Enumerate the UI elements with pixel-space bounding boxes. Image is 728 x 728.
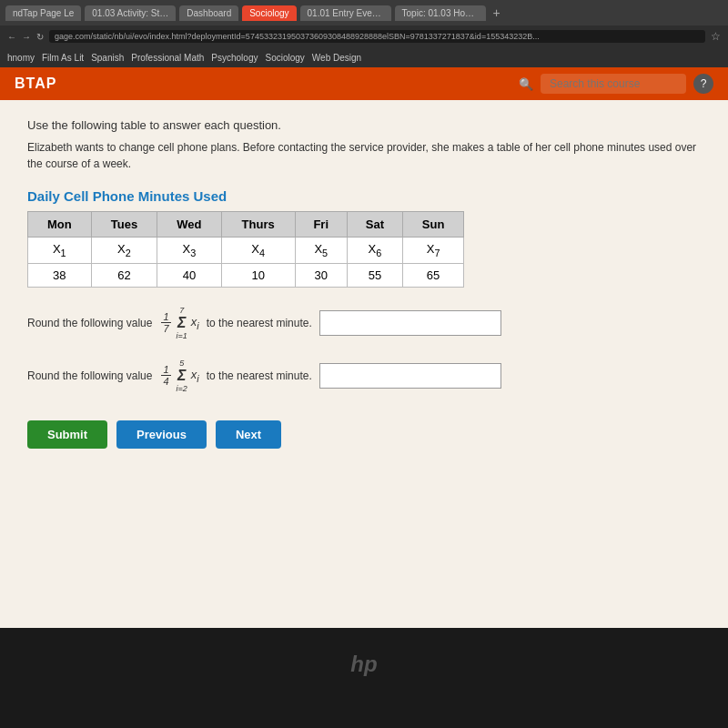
q1-sigma-symbol: Σ bbox=[177, 315, 186, 331]
table-title: Daily Cell Phone Minutes Used bbox=[27, 188, 701, 204]
col-header-wed: Wed bbox=[157, 212, 221, 238]
cell-val-62: 62 bbox=[91, 263, 157, 287]
cell-x5: X5 bbox=[295, 238, 347, 264]
q1-fraction: 1 7 bbox=[161, 311, 170, 334]
cell-x7: X7 bbox=[403, 238, 464, 264]
bookmark-psychology[interactable]: Psychology bbox=[211, 53, 258, 63]
cell-x1: X1 bbox=[28, 238, 92, 264]
search-area: 🔍 ? bbox=[519, 74, 713, 94]
q2-upper-limit: 5 bbox=[179, 359, 184, 368]
q2-lower-limit: i=2 bbox=[177, 384, 187, 393]
button-row: Submit Previous Next bbox=[27, 411, 701, 458]
question-2-row: Round the following value 1 4 5 Σ i=2 xi… bbox=[27, 359, 701, 393]
bottom-bar: hp bbox=[0, 628, 728, 701]
q1-formula: 1 7 7 Σ i=1 xi bbox=[159, 306, 198, 340]
url-bar[interactable]: gage.com/static/nb/ui/evo/index.html?dep… bbox=[49, 30, 705, 43]
bookmark-spanish[interactable]: Spanish bbox=[91, 53, 124, 63]
next-button[interactable]: Next bbox=[216, 420, 281, 449]
q1-label: Round the following value bbox=[27, 317, 152, 329]
bookmark-film[interactable]: Film As Lit bbox=[42, 53, 84, 63]
col-header-fri: Fri bbox=[295, 212, 347, 238]
q1-numerator: 1 bbox=[161, 311, 170, 323]
tab-ndtap[interactable]: ndTap Page Le bbox=[5, 5, 81, 21]
question-1-row: Round the following value 1 7 7 Σ i=1 xi… bbox=[27, 306, 701, 340]
bookmarks-bar: hnomy Film As Lit Spanish Professional M… bbox=[0, 47, 728, 67]
help-button[interactable]: ? bbox=[693, 74, 713, 94]
col-header-mon: Mon bbox=[28, 212, 92, 238]
tab-sociology[interactable]: Sociology bbox=[242, 5, 296, 21]
q1-sigma: 7 Σ i=1 bbox=[177, 306, 187, 340]
q2-label: Round the following value bbox=[27, 369, 152, 382]
q1-variable: xi bbox=[191, 315, 199, 331]
cell-val-40: 40 bbox=[157, 263, 221, 287]
q2-formula: 1 4 5 Σ i=2 xi bbox=[159, 359, 198, 393]
tab-activity[interactable]: 01.03 Activity: Statisti bbox=[85, 5, 176, 21]
search-icon: 🔍 bbox=[519, 77, 533, 91]
cell-x2: X2 bbox=[91, 238, 157, 264]
col-header-sun: Sun bbox=[403, 212, 464, 238]
search-input[interactable] bbox=[541, 74, 686, 94]
data-table: Mon Tues Wed Thurs Fri Sat Sun X1 X2 X3 … bbox=[27, 211, 464, 288]
q1-upper-limit: 7 bbox=[179, 306, 184, 315]
q2-answer-input[interactable] bbox=[319, 363, 501, 389]
app-title: BTAP bbox=[15, 76, 56, 92]
submit-button[interactable]: Submit bbox=[27, 420, 107, 449]
main-content: Use the following table to answer each q… bbox=[0, 100, 728, 628]
col-header-tues: Tues bbox=[91, 212, 157, 238]
bookmark-sociology[interactable]: Sociology bbox=[265, 53, 304, 63]
tab-entry-event[interactable]: 01.01 Entry Event: Gr... bbox=[300, 5, 391, 21]
tab-dashboard[interactable]: Dashboard bbox=[179, 5, 238, 21]
tab-topic[interactable]: Topic: 01.03 How to F... bbox=[395, 5, 486, 21]
q2-sigma-symbol: Σ bbox=[177, 368, 186, 384]
refresh-icon[interactable]: ↻ bbox=[36, 32, 44, 42]
cell-x3: X3 bbox=[157, 238, 221, 264]
q1-answer-input[interactable] bbox=[319, 310, 501, 336]
cell-val-10: 10 bbox=[221, 263, 295, 287]
browser-tabs: ndTap Page Le 01.03 Activity: Statisti D… bbox=[0, 0, 728, 25]
cell-val-38: 38 bbox=[28, 263, 92, 287]
q2-variable: xi bbox=[191, 368, 199, 384]
bookmark-hnomy[interactable]: hnomy bbox=[7, 53, 35, 63]
address-bar: ← → ↻ gage.com/static/nb/ui/evo/index.ht… bbox=[0, 25, 728, 47]
new-tab-icon[interactable]: + bbox=[493, 5, 500, 20]
cell-val-55: 55 bbox=[347, 263, 402, 287]
description-text: Elizabeth wants to change cell phone pla… bbox=[27, 139, 701, 172]
table-row-vars: X1 X2 X3 X4 X5 X6 X7 bbox=[28, 238, 464, 264]
star-icon[interactable]: ☆ bbox=[711, 30, 721, 43]
bookmark-webdesign[interactable]: Web Design bbox=[312, 53, 361, 63]
q2-numerator: 1 bbox=[161, 364, 170, 376]
back-icon[interactable]: ← bbox=[7, 32, 16, 42]
q2-sigma: 5 Σ i=2 bbox=[177, 359, 187, 393]
forward-icon[interactable]: → bbox=[22, 32, 31, 42]
q1-suffix: to the nearest minute. bbox=[207, 317, 312, 329]
q2-denominator: 4 bbox=[161, 376, 170, 387]
table-row-values: 38 62 40 10 30 55 65 bbox=[28, 263, 464, 287]
col-header-thurs: Thurs bbox=[221, 212, 295, 238]
col-header-sat: Sat bbox=[347, 212, 402, 238]
bookmark-profmath[interactable]: Professional Math bbox=[131, 53, 204, 63]
cell-val-30: 30 bbox=[295, 263, 347, 287]
q2-fraction: 1 4 bbox=[161, 364, 170, 387]
q2-suffix: to the nearest minute. bbox=[207, 369, 312, 382]
q1-denominator: 7 bbox=[161, 323, 170, 334]
cell-x6: X6 bbox=[347, 238, 402, 264]
cell-val-65: 65 bbox=[403, 263, 464, 287]
q1-lower-limit: i=1 bbox=[177, 331, 187, 340]
previous-button[interactable]: Previous bbox=[116, 420, 207, 449]
cell-x4: X4 bbox=[221, 238, 295, 264]
hp-logo: hp bbox=[350, 652, 377, 677]
app-header: BTAP 🔍 ? bbox=[0, 67, 728, 100]
instruction-text: Use the following table to answer each q… bbox=[27, 118, 701, 132]
